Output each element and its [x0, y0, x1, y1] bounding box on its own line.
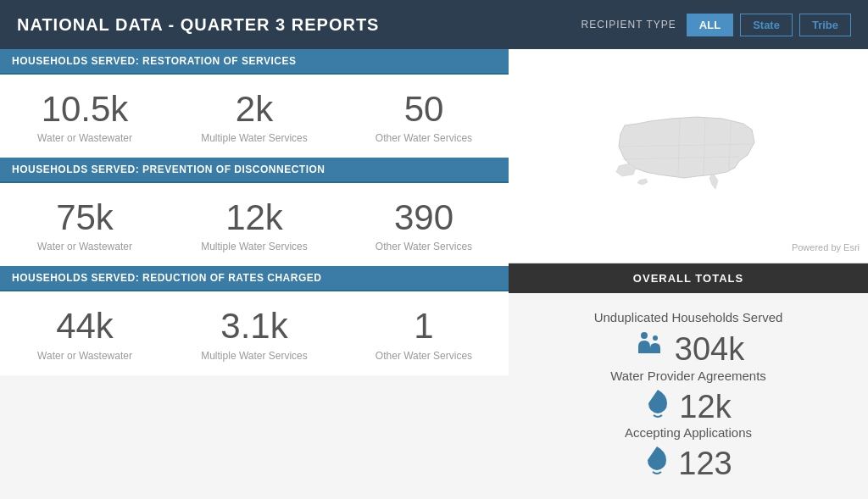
overall-agreements-label: Water Provider Agreements [534, 369, 843, 383]
overall-agreements: Water Provider Agreements 12k [534, 369, 843, 425]
prevention-section: HOUSEHOLDS SERVED: PREVENTION OF DISCONN… [0, 158, 509, 266]
restoration-section-row: HOUSEHOLDS SERVED: RESTORATION OF SERVIC… [0, 49, 509, 158]
stat-prevention-water: 75k Water or Wastewater [0, 198, 170, 252]
people-icon [632, 330, 666, 369]
overall-content: Unduplicated Households Served [509, 293, 868, 499]
powered-by-label: Powered by Esri [792, 242, 860, 252]
overall-households-value: 304k [675, 331, 744, 368]
stat-restoration-multiple: 2k Multiple Water Services [170, 90, 339, 144]
btn-state[interactable]: State [740, 14, 793, 36]
prevention-header: HOUSEHOLDS SERVED: PREVENTION OF DISCONN… [0, 158, 509, 183]
water-drop-icon [645, 388, 670, 425]
stat-restoration-water: 10.5k Water or Wastewater [0, 90, 170, 144]
stat-label: Multiple Water Services [178, 350, 331, 362]
overall-applications-value: 123 [678, 446, 732, 482]
overall-applications: Accepting Applications 123 [534, 425, 843, 482]
overall-totals-panel: OVERALL TOTALS Unduplicated Households S… [509, 263, 868, 499]
svg-point-5 [641, 332, 648, 339]
right-side: Powered by Esri OVERALL TOTALS Unduplica… [509, 49, 868, 499]
stat-reduction-other: 1 Other Water Services [339, 307, 509, 361]
stat-label: Other Water Services [348, 350, 500, 362]
svg-point-6 [653, 335, 658, 341]
stat-reduction-water: 44k Water or Wastewater [0, 307, 170, 361]
stat-prevention-multiple: 12k Multiple Water Services [170, 198, 339, 252]
left-panel: HOUSEHOLDS SERVED: RESTORATION OF SERVIC… [0, 49, 509, 499]
stat-value: 44k [8, 307, 161, 346]
stat-reduction-multiple: 3.1k Multiple Water Services [170, 307, 339, 361]
stat-value: 10.5k [8, 90, 161, 129]
overall-households: Unduplicated Households Served [534, 310, 843, 369]
overall-agreements-value-row: 12k [534, 388, 843, 425]
recipient-type-controls: RECIPIENT TYPE ALL State Tribe [581, 14, 851, 36]
stat-label: Water or Wastewater [8, 241, 161, 252]
stat-label: Water or Wastewater [8, 132, 161, 144]
restoration-header: HOUSEHOLDS SERVED: RESTORATION OF SERVIC… [0, 49, 509, 75]
stat-value: 390 [348, 198, 500, 237]
restoration-section: HOUSEHOLDS SERVED: RESTORATION OF SERVIC… [0, 49, 509, 158]
overall-applications-value-row: 123 [534, 445, 843, 482]
stat-value: 1 [348, 307, 500, 346]
stat-value: 2k [178, 90, 331, 129]
overall-applications-label: Accepting Applications [534, 425, 843, 440]
stat-label: Other Water Services [348, 241, 500, 252]
reduction-stats: 44k Water or Wastewater 3.1k Multiple Wa… [0, 291, 509, 374]
stat-label: Other Water Services [348, 132, 500, 144]
water-drop-2-icon [644, 445, 670, 482]
us-map-icon [604, 100, 773, 202]
stat-restoration-other: 50 Other Water Services [339, 90, 509, 144]
stat-label: Multiple Water Services [178, 241, 331, 252]
map-and-sections: HOUSEHOLDS SERVED: PREVENTION OF DISCONN… [0, 158, 509, 499]
stat-label: Water or Wastewater [8, 350, 161, 362]
overall-households-value-row: 304k [534, 330, 843, 369]
overall-totals-header: OVERALL TOTALS [509, 263, 868, 293]
stat-value: 50 [348, 90, 500, 129]
stat-value: 3.1k [178, 307, 331, 346]
recipient-type-label: RECIPIENT TYPE [581, 19, 676, 30]
main-content: HOUSEHOLDS SERVED: RESTORATION OF SERVIC… [0, 49, 868, 499]
btn-all[interactable]: ALL [687, 14, 733, 36]
stat-label: Multiple Water Services [178, 132, 331, 144]
reduction-header: HOUSEHOLDS SERVED: REDUCTION OF RATES CH… [0, 266, 509, 291]
stat-value: 75k [8, 198, 161, 237]
reduction-section: HOUSEHOLDS SERVED: REDUCTION OF RATES CH… [0, 266, 509, 374]
prevention-stats: 75k Water or Wastewater 12k Multiple Wat… [0, 183, 509, 266]
stat-value: 12k [178, 198, 331, 237]
overall-households-label: Unduplicated Households Served [534, 310, 843, 324]
btn-tribe[interactable]: Tribe [799, 14, 851, 36]
page-title: NATIONAL DATA - QUARTER 3 REPORTS [17, 15, 379, 35]
overall-agreements-value: 12k [679, 389, 731, 425]
map-area: Powered by Esri [509, 49, 868, 263]
header: NATIONAL DATA - QUARTER 3 REPORTS RECIPI… [0, 0, 868, 49]
stat-prevention-other: 390 Other Water Services [339, 198, 509, 252]
restoration-stats: 10.5k Water or Wastewater 2k Multiple Wa… [0, 75, 509, 158]
app-container: NATIONAL DATA - QUARTER 3 REPORTS RECIPI… [0, 0, 868, 499]
